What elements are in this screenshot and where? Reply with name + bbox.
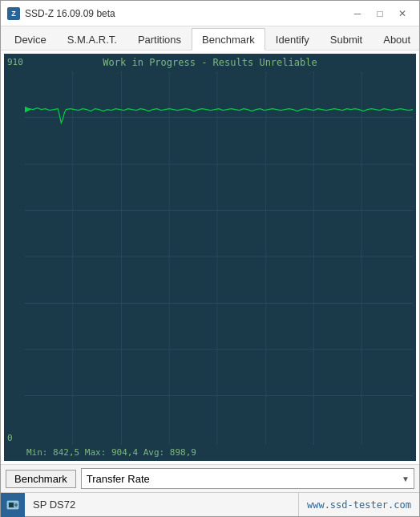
dropdown-wrapper: Transfer Rate IOPS Access Time ▼ bbox=[81, 468, 414, 489]
menu-item-partitions[interactable]: Partitions bbox=[127, 28, 192, 50]
status-website: www.ssd-tester.com bbox=[299, 499, 419, 511]
chart-grid bbox=[25, 71, 413, 445]
main-content: 910 Work in Progress - Results Unreliabl… bbox=[1, 50, 419, 492]
window-title: SSD-Z 16.09.09 beta bbox=[25, 8, 115, 19]
chart-stats: Min: 842,5 Max: 904,4 Avg: 898,9 bbox=[26, 447, 196, 458]
menu-item-device[interactable]: Device bbox=[4, 28, 57, 50]
menu-bar: Device S.M.A.R.T. Partitions Benchmark I… bbox=[1, 26, 419, 50]
minimize-button[interactable]: ─ bbox=[347, 6, 368, 22]
main-window: Z SSD-Z 16.09.09 beta ─ □ ✕ Device S.M.A… bbox=[0, 0, 420, 517]
title-bar: Z SSD-Z 16.09.09 beta ─ □ ✕ bbox=[1, 1, 419, 26]
menu-item-identify[interactable]: Identify bbox=[265, 28, 320, 50]
maximize-button[interactable]: □ bbox=[370, 6, 390, 22]
chart-area: 910 Work in Progress - Results Unreliabl… bbox=[4, 54, 416, 461]
svg-point-18 bbox=[15, 504, 17, 506]
menu-item-benchmark[interactable]: Benchmark bbox=[192, 28, 265, 50]
menu-item-submit[interactable]: Submit bbox=[320, 28, 373, 50]
chart-y-min: 0 bbox=[7, 433, 13, 443]
close-button[interactable]: ✕ bbox=[392, 6, 413, 22]
bottom-controls: Benchmark Transfer Rate IOPS Access Time… bbox=[1, 464, 419, 492]
menu-item-about[interactable]: About bbox=[373, 28, 420, 50]
window-controls: ─ □ ✕ bbox=[347, 6, 413, 22]
benchmark-button[interactable]: Benchmark bbox=[6, 470, 76, 488]
status-device-name: SP DS72 bbox=[25, 493, 299, 516]
transfer-type-select[interactable]: Transfer Rate IOPS Access Time bbox=[81, 468, 414, 489]
status-bar: SP DS72 www.ssd-tester.com bbox=[1, 492, 419, 516]
status-drive-icon bbox=[1, 493, 25, 517]
svg-rect-16 bbox=[9, 503, 14, 507]
menu-item-smart[interactable]: S.M.A.R.T. bbox=[57, 28, 127, 50]
title-bar-left: Z SSD-Z 16.09.09 beta bbox=[7, 7, 115, 20]
chart-title: Work in Progress - Results Unreliable bbox=[4, 57, 416, 68]
app-icon: Z bbox=[7, 7, 20, 20]
svg-marker-14 bbox=[25, 107, 31, 113]
